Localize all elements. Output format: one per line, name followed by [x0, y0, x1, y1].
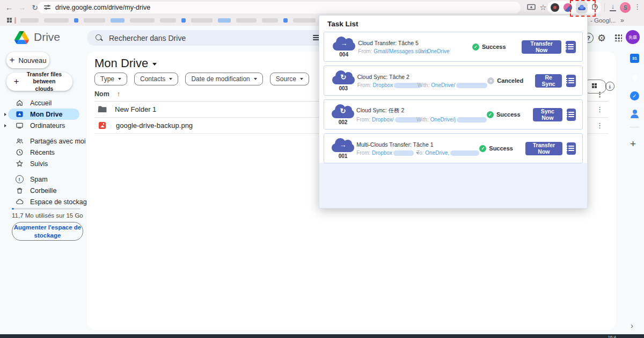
task-status: Success	[482, 44, 506, 50]
target-link[interactable]: OneDrive	[427, 48, 449, 54]
transfer-now-button[interactable]: Transfer Now	[522, 40, 561, 54]
task-list-popup: Task List → 004 Cloud Transfer: Tâche 5 …	[319, 15, 588, 208]
task-menu-icon[interactable]	[566, 75, 576, 87]
source-link[interactable]: Dropbox/	[372, 117, 394, 123]
os-taskbar: 16:4	[0, 334, 644, 338]
task-title: Multi-Clouds Transfer: Tâche 1	[356, 141, 479, 148]
bookmarks-apps-icon[interactable]	[7, 18, 12, 23]
storage-progress-bar	[12, 208, 80, 210]
google-apps-icon[interactable]	[614, 34, 622, 41]
redacted-text	[450, 150, 479, 156]
cloud-transfer-icon: →	[332, 138, 354, 152]
chevron-down-icon	[254, 78, 257, 80]
account-avatar[interactable]: 先森	[626, 30, 640, 44]
downloads-icon[interactable]: ↓	[609, 2, 617, 12]
image-file-icon	[98, 122, 108, 129]
grid-view-icon[interactable]	[592, 83, 597, 88]
back-icon[interactable]: ←	[3, 2, 15, 13]
source-link[interactable]: Dropbox	[373, 82, 393, 88]
blurred-bookmarks	[20, 18, 361, 23]
popup-title: Task List	[327, 20, 358, 28]
expand-caret-icon[interactable]	[4, 113, 6, 116]
filter-source[interactable]: Source	[270, 73, 309, 85]
storage-usage-text: 11,7 Mo utilisés sur 15 Go	[12, 212, 83, 219]
page-title[interactable]: Mon Drive	[94, 56, 157, 70]
bookmark-star-icon[interactable]: ☆	[538, 2, 548, 13]
filter-type[interactable]: Type	[94, 73, 127, 85]
task-card: → 004 Cloud Transfer: Tâche 5 From: Gmai…	[324, 32, 583, 62]
toolbar-divider	[604, 3, 605, 12]
canceled-icon: ×	[487, 77, 494, 84]
sidebar-item-ordinateurs[interactable]: Ordinateurs	[0, 120, 86, 131]
highlight-dashed-box	[570, 0, 596, 17]
new-button[interactable]: + Nouveau	[6, 52, 49, 68]
filter-date[interactable]: Date de modification	[185, 73, 262, 85]
sidebar-item-suivis[interactable]: Suivis	[0, 158, 86, 169]
target-link[interactable]: OneDrive/	[431, 82, 455, 88]
search-placeholder: Rechercher dans Drive	[109, 34, 186, 42]
task-id: 002	[339, 119, 348, 125]
chevron-down-icon	[152, 63, 157, 66]
sidebar-item-corbeille[interactable]: Corbeille	[0, 185, 86, 196]
settings-gear-icon[interactable]: ⚙	[597, 32, 606, 44]
more-options-icon[interactable]: ⋮	[596, 121, 603, 130]
new-button-label: Nouveau	[18, 56, 46, 64]
expand-caret-icon[interactable]	[4, 124, 6, 127]
taskbar-clock: 16:4	[608, 335, 616, 338]
source-link[interactable]: Dropbox	[372, 150, 392, 156]
calendar-icon[interactable]: 31	[630, 54, 639, 63]
folder-icon	[98, 105, 107, 113]
task-menu-icon[interactable]	[566, 41, 576, 53]
sidebar-item-recents[interactable]: Récents	[0, 147, 86, 158]
show-side-panel-icon[interactable]: ›	[631, 321, 633, 330]
task-title: Cloud Sync: 任務 2	[356, 107, 487, 114]
spam-icon: !	[15, 175, 24, 184]
info-icon[interactable]: i	[605, 82, 614, 91]
cloud-sync-icon: ↻	[332, 70, 355, 84]
plus-icon: +	[10, 55, 15, 66]
task-menu-icon[interactable]	[567, 142, 576, 155]
sync-now-button[interactable]: Sync Now	[533, 108, 562, 121]
cloud-sync-icon: ↻	[332, 104, 354, 118]
bookmark-label[interactable]: - Googl...	[590, 17, 616, 24]
search-icon	[96, 34, 103, 41]
buy-storage-button[interactable]: Augmenter l'espace de stockage	[12, 222, 83, 241]
my-drive-icon	[15, 110, 24, 119]
forward-icon[interactable]: →	[16, 2, 28, 13]
more-options-icon[interactable]: ⋮	[596, 105, 603, 113]
sidebar-nav: Accueil Mon Drive Ordinateurs Partagés a…	[0, 97, 86, 207]
star-icon	[15, 160, 24, 168]
filter-contacts[interactable]: Contacts	[134, 73, 178, 85]
task-id: 004	[339, 52, 348, 57]
transfer-files-button[interactable]: + Transfer files between clouds	[6, 73, 72, 91]
bookmark-favicon[interactable]	[14, 17, 16, 24]
task-card: → 001 Multi-Clouds Transfer: Tâche 1 Fro…	[324, 133, 583, 163]
save-to-device-icon[interactable]	[526, 2, 537, 13]
cloud-icon	[15, 198, 24, 206]
rail-divider	[630, 127, 639, 127]
extension-icon-dark[interactable]	[551, 3, 559, 12]
target-link[interactable]: OneDrive,	[425, 150, 449, 156]
bookmarks-overflow-icon[interactable]: »	[620, 17, 624, 24]
address-bar[interactable]: drive.google.com/drive/my-drive	[38, 2, 521, 13]
add-addon-icon[interactable]: +	[630, 138, 636, 150]
transfer-button-label: Transfer files between clouds	[23, 71, 65, 92]
sidebar-item-stockage[interactable]: Espace de stockage	[0, 196, 86, 207]
browser-menu-icon[interactable]: ⋮	[634, 3, 641, 11]
clock-icon	[15, 148, 24, 157]
tasks-icon[interactable]: ✓	[630, 91, 639, 100]
re-sync-button[interactable]: Re Sync	[535, 74, 562, 88]
site-info-icon[interactable]	[44, 5, 50, 10]
home-icon	[15, 99, 24, 107]
sort-arrow-icon[interactable]: ↑	[117, 90, 120, 98]
sidebar-item-spam[interactable]: ! Spam	[0, 174, 86, 185]
task-menu-icon[interactable]	[567, 109, 576, 121]
sidebar-item-accueil[interactable]: Accueil	[0, 97, 86, 109]
screen: ← → ↻ drive.google.com/drive/my-drive ☆ …	[0, 0, 644, 338]
transfer-now-button[interactable]: Transfer Now	[525, 142, 562, 155]
sidebar-item-mon-drive[interactable]: Mon Drive	[0, 109, 86, 120]
task-status: Canceled	[497, 77, 523, 84]
browser-profile-avatar[interactable]: S	[620, 2, 631, 13]
sidebar-item-partages[interactable]: Partagés avec moi	[0, 135, 86, 147]
target-link[interactable]: OneDrive/j	[430, 117, 456, 123]
